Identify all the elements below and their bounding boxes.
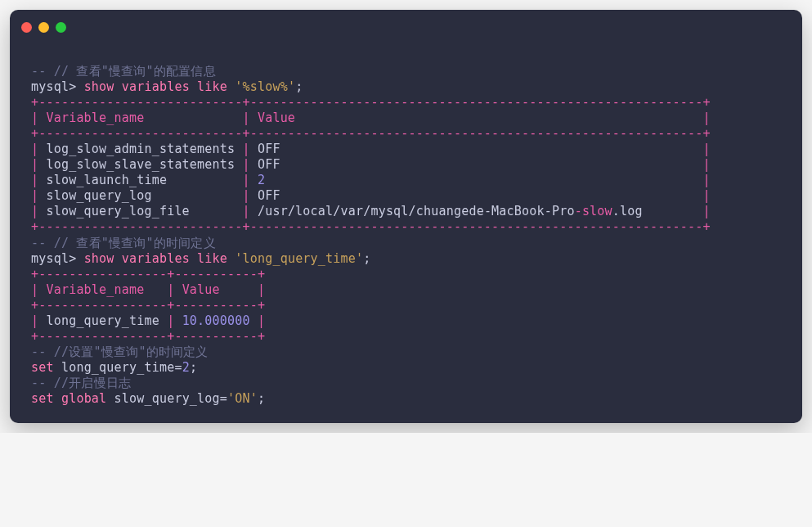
close-icon[interactable] — [21, 22, 32, 33]
table-border: | — [703, 188, 711, 203]
comment-line: -- //开启慢日志 — [31, 376, 131, 390]
minimize-icon[interactable] — [38, 22, 49, 33]
table-cell: slow_query_log — [46, 188, 151, 203]
table-border: | — [167, 313, 182, 328]
zoom-icon[interactable] — [56, 22, 66, 33]
sql-keyword: set — [31, 391, 54, 406]
sql-keyword: show — [84, 251, 114, 266]
table-header: Variable_name — [46, 282, 144, 297]
mysql-prompt: mysql> — [31, 251, 84, 266]
table-border: | — [242, 204, 257, 218]
table-border: | — [31, 110, 46, 125]
table-border: | — [242, 110, 257, 125]
sql-string: 'long_query_time' — [235, 251, 363, 266]
sql-string: '%slow%' — [235, 79, 295, 94]
table-border: | — [31, 282, 46, 297]
table-border: | — [31, 313, 46, 328]
table-border: | — [31, 142, 46, 156]
table-cell: .log — [612, 204, 643, 218]
table-border: | — [31, 188, 46, 203]
sql-string: 'ON' — [227, 391, 258, 406]
table-border: | — [703, 204, 711, 218]
table-cell: OFF — [258, 142, 280, 156]
table-cell: long_query_time — [46, 313, 159, 328]
sql-identifier: slow_query_log — [114, 391, 220, 406]
table-cell: slow_launch_time — [46, 173, 167, 187]
sql-keyword: like — [197, 251, 227, 266]
table-cell: slow_query_log_file — [46, 204, 189, 218]
table-border: | — [258, 282, 265, 297]
window-controls — [10, 10, 802, 36]
terminal-window: -- // 查看"慢查询"的配置信息 mysql> show variables… — [10, 10, 802, 423]
table-border: | — [242, 173, 257, 187]
semicolon: ; — [295, 79, 303, 94]
table-header: Value — [182, 282, 220, 297]
highlight-text: -slow — [575, 204, 612, 218]
comment-line: -- //设置"慢查询"的时间定义 — [31, 345, 209, 359]
table-border: | — [167, 282, 182, 297]
table-cell: OFF — [258, 157, 280, 172]
sql-number: 2 — [182, 360, 190, 375]
sql-keyword: variables — [122, 79, 190, 94]
table-cell: 10.000000 — [182, 313, 250, 328]
table-border: | — [703, 142, 711, 156]
table-border: +-----------------+-----------+ — [31, 329, 265, 344]
table-border: +---------------------------+-----------… — [31, 95, 711, 110]
table-border: | — [242, 157, 257, 172]
table-border: | — [31, 204, 46, 218]
semicolon: ; — [363, 251, 370, 266]
table-border: | — [258, 313, 265, 328]
table-border: +---------------------------+-----------… — [31, 219, 711, 234]
sql-keyword: like — [197, 79, 227, 94]
sql-keyword: show — [84, 79, 114, 94]
table-border: +---------------------------+-----------… — [31, 126, 711, 141]
terminal-content[interactable]: -- // 查看"慢查询"的配置信息 mysql> show variables… — [10, 36, 802, 423]
table-header: Variable_name — [46, 110, 144, 125]
table-cell: 2 — [258, 173, 265, 187]
table-border: | — [31, 157, 46, 172]
table-border: | — [31, 173, 46, 187]
sql-keyword: variables — [122, 251, 190, 266]
comment-line: -- // 查看"慢查询"的时间定义 — [31, 236, 216, 250]
table-border: | — [242, 188, 257, 203]
sql-keyword: set — [31, 360, 54, 375]
table-cell: OFF — [258, 188, 280, 203]
table-border: +-----------------+-----------+ — [31, 267, 265, 282]
table-cell: log_slow_admin_statements — [46, 142, 235, 156]
table-border: | — [703, 157, 711, 172]
table-cell: log_slow_slave_statements — [46, 157, 235, 172]
operator: = — [220, 391, 227, 406]
table-cell: /usr/local/var/mysql/chuangede-MacBook-P… — [258, 204, 575, 218]
sql-identifier: long_query_time — [61, 360, 174, 375]
operator: = — [174, 360, 182, 375]
semicolon: ; — [258, 391, 265, 406]
table-border: | — [703, 110, 711, 125]
semicolon: ; — [190, 360, 197, 375]
comment-line: -- // 查看"慢查询"的配置信息 — [31, 64, 216, 79]
sql-keyword: global — [61, 391, 106, 406]
table-header: Value — [258, 110, 295, 125]
table-border: | — [703, 173, 711, 187]
table-border: | — [242, 142, 257, 156]
table-border: +-----------------+-----------+ — [31, 298, 265, 313]
mysql-prompt: mysql> — [31, 79, 84, 94]
